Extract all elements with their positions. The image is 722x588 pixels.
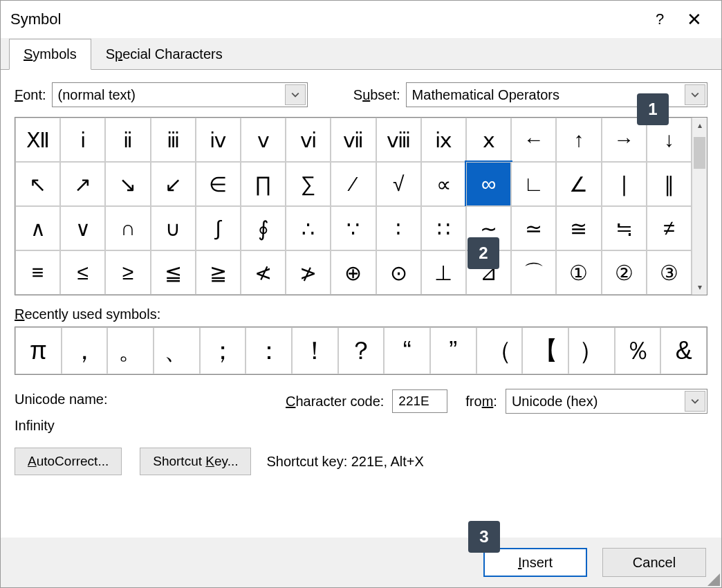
scroll-down-icon[interactable]: ▾ bbox=[692, 279, 707, 295]
symbol-cell[interactable]: ≦ bbox=[151, 250, 196, 295]
autocorrect-button[interactable]: AutoCorrect... bbox=[15, 448, 122, 475]
font-dropdown[interactable]: (normal text) bbox=[52, 82, 308, 107]
shortcut-key-button[interactable]: Shortcut Key... bbox=[140, 448, 251, 475]
symbol-cell[interactable]: ⅰ bbox=[60, 118, 105, 162]
symbol-cell[interactable]: ⅶ bbox=[331, 118, 376, 162]
symbol-cell[interactable]: ≥ bbox=[105, 250, 150, 295]
scroll-up-icon[interactable]: ▴ bbox=[692, 118, 707, 133]
chevron-down-icon bbox=[685, 84, 705, 105]
symbol-cell[interactable]: ↙ bbox=[151, 162, 196, 206]
recent-symbol-cell[interactable]: π bbox=[15, 327, 62, 374]
resize-grip[interactable] bbox=[707, 573, 720, 586]
recent-symbol-cell[interactable]: 、 bbox=[154, 327, 200, 374]
symbol-cell[interactable]: ∫ bbox=[196, 206, 241, 250]
recent-symbol-cell[interactable]: & bbox=[660, 327, 707, 374]
recent-symbol-cell[interactable]: “ bbox=[384, 327, 430, 374]
tab-special-characters[interactable]: Special Characters bbox=[91, 39, 237, 69]
symbol-cell[interactable]: ↖ bbox=[15, 162, 60, 206]
symbol-cell[interactable]: ∮ bbox=[241, 206, 286, 250]
symbol-cell[interactable]: ∠ bbox=[556, 162, 601, 206]
symbol-cell[interactable]: ∑ bbox=[286, 162, 331, 206]
window-title: Symbol bbox=[10, 10, 642, 28]
scrollbar[interactable]: ▴ ▾ bbox=[692, 118, 707, 295]
symbol-cell[interactable]: ∵ bbox=[331, 206, 376, 250]
symbol-cell[interactable]: ② bbox=[602, 250, 647, 295]
symbol-cell[interactable]: ① bbox=[556, 250, 601, 295]
recent-symbol-cell[interactable]: ％ bbox=[615, 327, 661, 374]
symbol-cell[interactable]: ∟ bbox=[511, 162, 556, 206]
symbol-cell[interactable]: ⊙ bbox=[376, 250, 421, 295]
font-value: (normal text) bbox=[58, 87, 136, 103]
scroll-thumb[interactable] bbox=[694, 137, 705, 169]
symbol-cell[interactable]: ⅴ bbox=[241, 118, 286, 162]
recent-symbols-grid[interactable]: π，。、；：！？“”（【）％& bbox=[15, 327, 707, 375]
symbol-cell[interactable]: ≤ bbox=[60, 250, 105, 295]
callout-3: 3 bbox=[468, 521, 500, 553]
symbol-cell[interactable]: ≠ bbox=[647, 206, 692, 250]
symbol-cell[interactable]: ≡ bbox=[15, 250, 60, 295]
symbol-cell[interactable]: ⅷ bbox=[376, 118, 421, 162]
recent-symbol-cell[interactable]: ， bbox=[62, 327, 108, 374]
symbol-cell[interactable]: ↑ bbox=[556, 118, 601, 162]
symbol-cell[interactable]: ∝ bbox=[421, 162, 466, 206]
symbol-cell[interactable]: ∶ bbox=[376, 206, 421, 250]
symbol-cell[interactable]: ≯ bbox=[286, 250, 331, 295]
symbol-cell[interactable]: ← bbox=[511, 118, 556, 162]
recent-symbol-cell[interactable]: 。 bbox=[107, 327, 154, 374]
symbol-cell[interactable]: Ⅻ bbox=[15, 118, 60, 162]
dialog-body: Symbols Special Characters Font: (normal… bbox=[1, 38, 721, 587]
symbol-cell[interactable]: ∏ bbox=[241, 162, 286, 206]
symbol-cell[interactable]: ∈ bbox=[196, 162, 241, 206]
symbol-cell[interactable]: ∥ bbox=[647, 162, 692, 206]
insert-button[interactable]: Insert bbox=[483, 548, 587, 577]
recent-symbol-cell[interactable]: 【 bbox=[522, 327, 568, 374]
recent-symbol-cell[interactable]: ！ bbox=[292, 327, 338, 374]
recent-symbol-cell[interactable]: （ bbox=[476, 327, 523, 374]
symbol-cell[interactable]: ⌒ bbox=[511, 250, 556, 295]
callout-2: 2 bbox=[468, 237, 499, 269]
symbol-cell[interactable]: ≅ bbox=[556, 206, 601, 250]
character-code-input[interactable]: 221E bbox=[392, 389, 447, 413]
recent-symbol-cell[interactable]: ” bbox=[430, 327, 476, 374]
cancel-button[interactable]: Cancel bbox=[602, 548, 706, 577]
symbol-cell[interactable]: ∪ bbox=[151, 206, 196, 250]
from-label: from: bbox=[465, 394, 497, 410]
symbol-cell[interactable]: ⅸ bbox=[421, 118, 466, 162]
symbol-cell[interactable]: ≮ bbox=[241, 250, 286, 295]
symbol-cell[interactable]: ∷ bbox=[421, 206, 466, 250]
symbol-cell[interactable]: ⅵ bbox=[286, 118, 331, 162]
symbol-cell[interactable]: ∨ bbox=[60, 206, 105, 250]
tab-content: Font: (normal text) Subset: Mathematical… bbox=[1, 70, 721, 538]
symbol-cell[interactable]: ⅲ bbox=[151, 118, 196, 162]
help-button[interactable]: ? bbox=[642, 7, 677, 32]
symbol-cell[interactable]: ∧ bbox=[15, 206, 60, 250]
close-button[interactable]: ✕ bbox=[677, 7, 712, 32]
symbol-cell[interactable]: ∩ bbox=[105, 206, 150, 250]
symbol-cell[interactable]: ∴ bbox=[286, 206, 331, 250]
symbol-cell[interactable]: ⊕ bbox=[331, 250, 376, 295]
symbol-cell[interactable]: ⅳ bbox=[196, 118, 241, 162]
symbol-cell[interactable]: ≧ bbox=[196, 250, 241, 295]
recent-symbol-cell[interactable]: ： bbox=[246, 327, 292, 374]
symbol-cell[interactable]: ≃ bbox=[511, 206, 556, 250]
shortcut-info: Shortcut key: 221E, Alt+X bbox=[266, 454, 423, 470]
unicode-name-label: Unicode name: bbox=[15, 392, 277, 407]
from-dropdown[interactable]: Unicode (hex) bbox=[506, 389, 707, 414]
tab-symbols[interactable]: Symbols bbox=[9, 39, 91, 70]
symbol-cell[interactable]: ∣ bbox=[602, 162, 647, 206]
symbol-cell[interactable]: ∞ bbox=[466, 162, 511, 206]
recent-symbol-cell[interactable]: ； bbox=[200, 327, 246, 374]
symbol-cell[interactable]: ③ bbox=[647, 250, 692, 295]
symbol-cell[interactable]: ↗ bbox=[60, 162, 105, 206]
symbol-cell[interactable]: ⅱ bbox=[105, 118, 150, 162]
symbol-cell[interactable]: ↘ bbox=[105, 162, 150, 206]
symbol-cell[interactable]: ≒ bbox=[602, 206, 647, 250]
symbol-cell[interactable]: ⊥ bbox=[421, 250, 466, 295]
recent-symbol-cell[interactable]: ？ bbox=[338, 327, 385, 374]
symbol-cell[interactable]: ∕ bbox=[331, 162, 376, 206]
symbol-grid[interactable]: Ⅻⅰⅱⅲⅳⅴⅵⅶⅷⅸⅹ←↑→↓↖↗↘↙∈∏∑∕√∝∞∟∠∣∥∧∨∩∪∫∮∴∵∶∷… bbox=[15, 118, 692, 295]
symbol-cell[interactable]: √ bbox=[376, 162, 421, 206]
symbol-cell[interactable]: ⅹ bbox=[466, 118, 511, 162]
recent-symbol-cell[interactable]: ） bbox=[568, 327, 615, 374]
subset-label: Subset: bbox=[353, 87, 400, 103]
